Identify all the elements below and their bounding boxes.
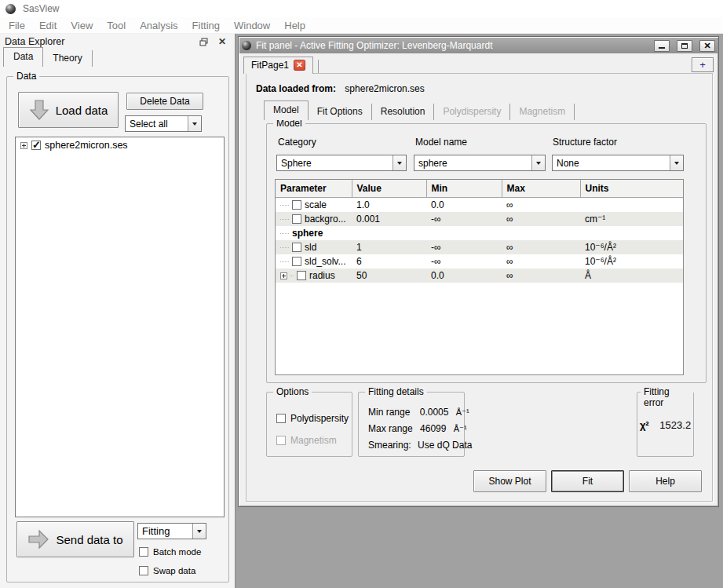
radius-min[interactable]: 0.0 (426, 268, 502, 283)
chi-squared-symbol: χ² (640, 419, 649, 431)
fitting-error-groupbox: Fitting error χ² 1523.2 (637, 392, 694, 457)
menu-analysis[interactable]: Analysis (133, 18, 184, 33)
tab-fitpage1[interactable]: FitPage1 ✕ (243, 57, 313, 74)
chevron-down-icon[interactable] (393, 155, 406, 170)
chevron-down-icon[interactable] (188, 116, 201, 131)
close-fitpage-icon[interactable]: ✕ (294, 60, 305, 71)
scale-checkbox[interactable] (292, 200, 301, 210)
category-combobox[interactable]: Sphere (276, 155, 407, 171)
col-units[interactable]: Units (580, 180, 684, 198)
close-button[interactable]: ✕ (699, 40, 715, 52)
menu-window[interactable]: Window (227, 18, 277, 33)
scale-max[interactable]: ∞ (502, 198, 580, 213)
sld-solvent-max[interactable]: ∞ (502, 254, 580, 268)
delete-data-button[interactable]: Delete Data (126, 93, 203, 110)
col-min[interactable]: Min (426, 180, 502, 198)
sld-units: 10⁻⁶/Å² (580, 240, 684, 254)
background-checkbox[interactable] (292, 214, 301, 224)
sld-solvent-value[interactable]: 6 (352, 254, 426, 268)
menu-fitting[interactable]: Fitting (185, 18, 227, 33)
tree-branch (280, 233, 289, 234)
category-value: Sphere (277, 155, 393, 170)
show-plot-button[interactable]: Show Plot (473, 470, 546, 492)
fitting-error-label: Fitting error (641, 386, 693, 408)
fit-panel-title: Fit panel - Active Fitting Optimizer: Le… (256, 40, 647, 51)
add-fitpage-button[interactable]: + (692, 57, 714, 72)
fit-button[interactable]: Fit (551, 470, 624, 492)
expand-plus-icon[interactable] (20, 142, 27, 149)
chi-squared-row: χ² 1523.2 (637, 419, 693, 431)
data-loaded-label: Data loaded from: (256, 83, 336, 94)
file-checkbox[interactable] (31, 141, 41, 150)
radius-value[interactable]: 50 (352, 268, 426, 283)
min-range-unit: Å⁻¹ (456, 407, 469, 417)
menu-view[interactable]: View (64, 18, 100, 33)
background-value[interactable]: 0.001 (352, 212, 426, 226)
maximize-button[interactable] (677, 40, 692, 52)
menu-edit[interactable]: Edit (32, 18, 64, 33)
col-value[interactable]: Value (352, 180, 426, 198)
scale-min[interactable]: 0.0 (426, 198, 502, 213)
tab-fit-options[interactable]: Fit Options (309, 104, 372, 120)
fit-panel-titlebar[interactable]: Fit panel - Active Fitting Optimizer: Le… (239, 38, 718, 53)
chevron-down-icon[interactable] (670, 155, 683, 170)
table-row-sld-solvent: sld_solv... 6 -∞ ∞ 10⁻⁶/Å² (276, 254, 684, 268)
dock-close-icon[interactable]: ✕ (216, 35, 228, 48)
data-file-tree[interactable]: sphere2micron.ses (15, 137, 225, 517)
menu-help[interactable]: Help (277, 18, 312, 33)
model-name-combobox[interactable]: sphere (414, 155, 546, 171)
batch-mode-checkbox[interactable] (139, 547, 148, 557)
scale-units (580, 198, 684, 213)
structure-factor-combobox[interactable]: None (552, 155, 684, 171)
background-min[interactable]: -∞ (426, 212, 502, 226)
chevron-down-icon[interactable] (531, 155, 545, 170)
sld-value[interactable]: 1 (352, 240, 426, 254)
radius-checkbox[interactable] (297, 271, 306, 280)
max-range-value: 46099 (420, 423, 446, 434)
help-button[interactable]: Help (629, 470, 702, 492)
polydispersity-checkbox[interactable] (276, 414, 286, 423)
col-max[interactable]: Max (502, 180, 580, 198)
swap-data-checkbox[interactable] (139, 566, 148, 575)
fitpage1-label: FitPage1 (251, 60, 289, 71)
load-data-button[interactable]: Load data (18, 92, 119, 128)
sld-checkbox[interactable] (292, 243, 301, 252)
chevron-down-icon[interactable] (192, 524, 206, 539)
sld-min[interactable]: -∞ (426, 240, 502, 254)
sld-max[interactable]: ∞ (502, 240, 580, 254)
select-all-combobox[interactable]: Select all (125, 115, 202, 132)
swap-data-option[interactable]: Swap data (139, 566, 195, 575)
sasview-logo-icon (5, 4, 16, 14)
minimize-button[interactable] (654, 40, 670, 52)
radius-max[interactable]: ∞ (502, 268, 580, 283)
parameter-table[interactable]: Parameter Value Min Max Units scale 1.0 … (275, 179, 684, 375)
batch-mode-option[interactable]: Batch mode (139, 547, 201, 557)
send-data-to-button[interactable]: Send data to (16, 521, 134, 557)
smearing-row: Smearing: Use dQ Data (368, 440, 472, 451)
model-name-value: sphere (414, 155, 531, 170)
tab-theory[interactable]: Theory (43, 50, 92, 67)
swap-data-label: Swap data (153, 566, 195, 575)
polydispersity-option[interactable]: Polydispersity (276, 413, 349, 424)
menu-tool[interactable]: Tool (100, 18, 133, 33)
sld-solvent-units: 10⁻⁶/Å² (580, 254, 684, 268)
data-loaded-line: Data loaded from: sphere2micron.ses (256, 83, 425, 94)
sld-solvent-min[interactable]: -∞ (426, 254, 502, 268)
tab-resolution[interactable]: Resolution (372, 104, 435, 120)
sld-solvent-checkbox[interactable] (292, 257, 301, 266)
tab-data[interactable]: Data (3, 47, 43, 67)
tree-item-sphere2micron[interactable]: sphere2micron.ses (16, 137, 224, 151)
col-parameter[interactable]: Parameter (276, 180, 352, 198)
send-target-combobox[interactable]: Fitting (137, 523, 206, 539)
options-groupbox: Options Polydispersity Magnetism (266, 392, 352, 457)
fitpage-tab-bar: FitPage1 ✕ + (243, 55, 714, 74)
tab-model[interactable]: Model (264, 100, 309, 120)
scale-value[interactable]: 1.0 (352, 198, 426, 213)
tab-separator (318, 60, 319, 74)
expand-plus-icon[interactable] (280, 272, 287, 279)
model-groupbox: Model Category Model name Structure fact… (266, 123, 707, 383)
dock-float-icon[interactable] (197, 35, 210, 48)
menu-file[interactable]: File (2, 18, 32, 33)
tree-branch (290, 276, 294, 276)
background-max[interactable]: ∞ (502, 212, 580, 226)
